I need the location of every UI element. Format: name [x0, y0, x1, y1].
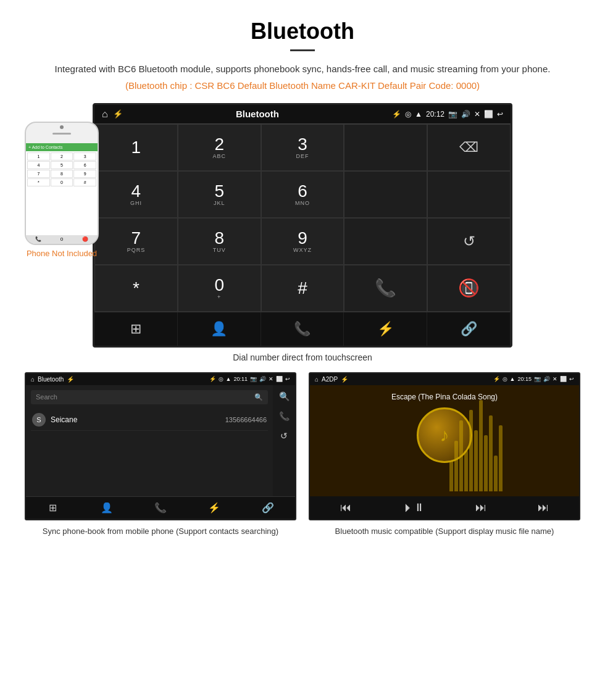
main-section: + Add to Contacts 123 456 789 *0# 📞 0 🔴 …: [25, 103, 580, 348]
dial-hash[interactable]: #: [261, 265, 344, 312]
music-status-bar: ⌂ A2DP ⚡ ⚡ ◎ ▲ 20:15 📷 🔊 ✕ ⬜ ↩: [310, 373, 579, 385]
dial-2[interactable]: 2ABC: [178, 124, 261, 171]
contacts-nav-bar: ⊞ 👤 📞 ⚡ 🔗: [26, 496, 295, 519]
phone-screen: + Add to Contacts 123 456 789 *0#: [26, 143, 98, 235]
contacts-nav-dialpad[interactable]: ⊞: [26, 502, 80, 514]
phone-aside: + Add to Contacts 123 456 789 *0# 📞 0 🔴 …: [25, 122, 99, 258]
home-icon[interactable]: ⌂: [102, 109, 108, 120]
music-car-screen: ⌂ A2DP ⚡ ⚡ ◎ ▲ 20:15 📷 🔊 ✕ ⬜ ↩: [309, 372, 580, 520]
contacts-status-bar: ⌂ Bluetooth ⚡ ⚡ ◎ ▲ 20:11 📷 🔊 ✕ ⬜ ↩: [26, 373, 295, 385]
contact-name: Seicane: [51, 415, 220, 424]
dial-empty-3: [344, 218, 427, 265]
contacts-nav-contacts[interactable]: 👤: [80, 502, 133, 514]
close-icon[interactable]: ✕: [474, 110, 480, 119]
dial-refresh[interactable]: ↺: [427, 218, 511, 265]
nav-phone[interactable]: 📞: [261, 312, 344, 346]
phone-bottom-bar: 📞 0 🔴: [26, 235, 98, 244]
contacts-home-icon[interactable]: ⌂: [31, 376, 35, 383]
contact-phone: 13566664466: [225, 416, 267, 423]
side-phone-icon[interactable]: 📞: [279, 411, 290, 421]
title-divider: [290, 49, 315, 51]
page-description: Integrated with BC6 Bluetooth module, su…: [25, 62, 580, 77]
contact-avatar: S: [32, 413, 46, 427]
dial-4[interactable]: 4GHI: [94, 171, 178, 218]
contacts-search-bar[interactable]: Search 🔍: [31, 390, 268, 404]
bt-icon: ⚡: [392, 110, 401, 119]
dial-backspace[interactable]: ⌫: [427, 124, 511, 171]
dial-7[interactable]: 7PQRS: [94, 218, 178, 265]
contacts-screen-title: Bluetooth: [38, 376, 64, 383]
next-track-icon[interactable]: ⏭: [475, 501, 486, 514]
music-status-left: ⌂ A2DP ⚡: [315, 376, 348, 383]
contacts-status-right: ⚡ ◎ ▲ 20:11 📷 🔊 ✕ ⬜ ↩: [209, 376, 290, 382]
dial-0[interactable]: 0+: [178, 265, 261, 312]
nav-link[interactable]: 🔗: [427, 312, 511, 346]
music-screen-wrap: ⌂ A2DP ⚡ ⚡ ◎ ▲ 20:15 📷 🔊 ✕ ⬜ ↩: [309, 372, 580, 538]
fast-forward-icon[interactable]: ⏭: [538, 501, 549, 514]
contacts-nav-phone[interactable]: 📞: [133, 502, 187, 514]
contacts-nav-bt[interactable]: ⚡: [188, 502, 241, 514]
contacts-list-area: Search 🔍 S Seicane 13566664466: [26, 385, 273, 496]
side-refresh-icon[interactable]: ↺: [280, 431, 288, 441]
contacts-body: Search 🔍 S Seicane 13566664466 🔍 📞 ↺: [26, 385, 295, 496]
camera-icon[interactable]: 📷: [448, 110, 457, 119]
nav-bluetooth[interactable]: ⚡: [344, 312, 427, 346]
dial-8[interactable]: 8TUV: [178, 218, 261, 265]
window-icon[interactable]: ⬜: [484, 110, 493, 119]
dial-6[interactable]: 6MNO: [261, 171, 344, 218]
music-content: Escape (The Pina Colada Song) ♪: [310, 385, 579, 496]
music-caption: Bluetooth music compatible (Support disp…: [309, 525, 580, 538]
music-screen-title: A2DP: [322, 376, 338, 383]
dial-empty-1: [344, 171, 427, 218]
main-status-bar: ⌂ ⚡ Bluetooth ⚡ ◎ ▲ 20:12 📷 🔊 ✕ ⬜ ↩: [94, 105, 511, 123]
music-usb: ⚡: [341, 376, 348, 383]
side-search-icon[interactable]: 🔍: [279, 391, 290, 401]
search-icon[interactable]: 🔍: [254, 393, 263, 401]
phone-camera: [60, 125, 64, 129]
search-placeholder: Search: [36, 393, 57, 401]
music-home-icon[interactable]: ⌂: [315, 376, 319, 383]
page-title: Bluetooth: [25, 19, 580, 44]
dial-5[interactable]: 5JKL: [178, 171, 261, 218]
main-nav-bar: ⊞ 👤 📞 ⚡ 🔗: [94, 312, 511, 346]
dial-call[interactable]: 📞: [344, 265, 427, 312]
contact-item[interactable]: S Seicane 13566664466: [31, 409, 268, 431]
play-pause-icon[interactable]: ⏵⏸: [403, 501, 425, 514]
phone-speaker: [52, 133, 71, 135]
bottom-screens: ⌂ Bluetooth ⚡ ⚡ ◎ ▲ 20:11 📷 🔊 ✕ ⬜ ↩: [25, 372, 580, 538]
location-icon: ◎: [405, 110, 411, 119]
phone-keypad: 123 456 789 *0#: [26, 151, 98, 188]
phone-add-contacts: + Add to Contacts: [28, 145, 62, 149]
music-status-right: ⚡ ◎ ▲ 20:15 📷 🔊 ✕ ⬜ ↩: [493, 376, 574, 382]
dial-star[interactable]: *: [94, 265, 178, 312]
dialpad-grid: 1 2ABC 3DEF ⌫ 4GHI 5JKL 6MNO 7PQRS 8TUV …: [94, 123, 511, 312]
main-screen-caption: Dial number direct from touchscreen: [25, 352, 580, 362]
dial-9[interactable]: 9WXYZ: [261, 218, 344, 265]
dial-3[interactable]: 3DEF: [261, 124, 344, 171]
dial-end[interactable]: 📵: [427, 265, 511, 312]
phone-screen-header: + Add to Contacts: [26, 143, 98, 151]
contacts-nav-link[interactable]: 🔗: [241, 502, 295, 514]
back-icon[interactable]: ↩: [497, 110, 503, 119]
music-visualizer: [444, 385, 579, 496]
phone-not-included-label: Phone Not Included: [27, 249, 97, 258]
contacts-caption: Sync phone-book from mobile phone (Suppo…: [25, 525, 296, 538]
time-display: 20:12: [426, 110, 444, 119]
contacts-status-left: ⌂ Bluetooth ⚡: [31, 376, 74, 383]
status-left: ⌂ ⚡: [102, 109, 123, 120]
status-usb: ⚡: [113, 109, 123, 119]
contacts-car-screen: ⌂ Bluetooth ⚡ ⚡ ◎ ▲ 20:11 📷 🔊 ✕ ⬜ ↩: [25, 372, 296, 520]
volume-icon[interactable]: 🔊: [461, 110, 470, 119]
status-right: ⚡ ◎ ▲ 20:12 📷 🔊 ✕ ⬜ ↩: [392, 110, 503, 119]
dial-empty-2: [427, 171, 511, 218]
status-title: Bluetooth: [236, 109, 279, 119]
phone-image: + Add to Contacts 123 456 789 *0# 📞 0 🔴: [25, 122, 99, 245]
music-controls-bar: ⏮ ⏵⏸ ⏭ ⏭: [310, 496, 579, 519]
prev-track-icon[interactable]: ⏮: [340, 501, 351, 514]
contacts-side-panel: 🔍 📞 ↺: [273, 385, 295, 496]
main-car-screen: ⌂ ⚡ Bluetooth ⚡ ◎ ▲ 20:12 📷 🔊 ✕ ⬜ ↩ 1 2A…: [93, 103, 512, 348]
nav-dialpad[interactable]: ⊞: [94, 312, 178, 346]
bluetooth-specs: (Bluetooth chip : CSR BC6 Default Blueto…: [25, 80, 580, 91]
nav-contacts[interactable]: 👤: [178, 312, 261, 346]
dial-1[interactable]: 1: [94, 124, 178, 171]
